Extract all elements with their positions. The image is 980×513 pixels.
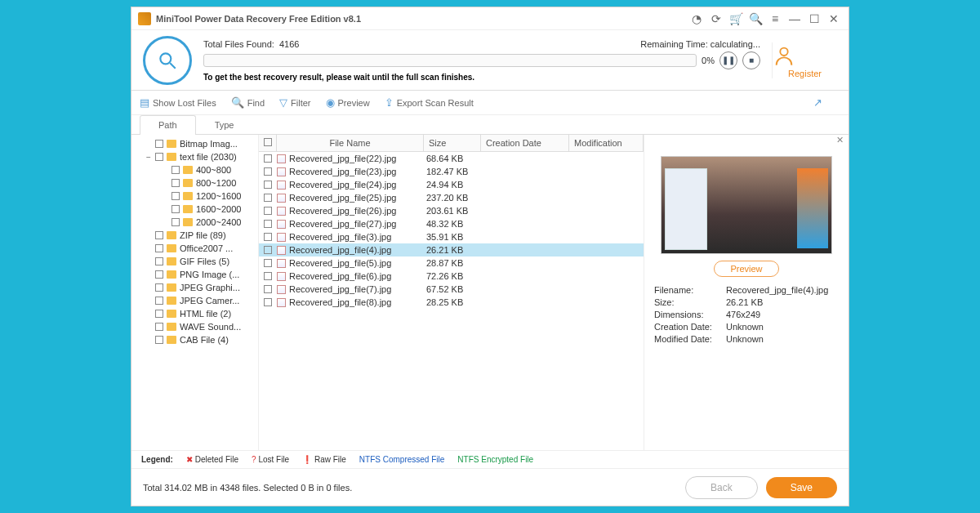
file-list[interactable]: Recovered_jpg_file(22).jpg68.64 KBRecove… — [259, 152, 644, 450]
checkbox[interactable] — [155, 336, 163, 344]
tree-item[interactable]: 800~1200 — [131, 176, 258, 190]
file-row[interactable]: Recovered_jpg_file(7).jpg67.52 KB — [259, 283, 644, 296]
row-checkbox[interactable] — [264, 181, 272, 189]
row-checkbox[interactable] — [264, 207, 272, 215]
tab-type[interactable]: Type — [196, 115, 253, 134]
folder-icon — [183, 179, 193, 187]
tree-item[interactable]: JPEG Graphi... — [131, 281, 258, 294]
minimize-icon[interactable]: — — [786, 11, 803, 27]
file-size: 237.20 KB — [426, 193, 483, 203]
cart-icon[interactable]: 🛒 — [728, 11, 744, 27]
checkbox[interactable] — [155, 310, 163, 318]
row-checkbox[interactable] — [264, 272, 272, 280]
file-row[interactable]: Recovered_jpg_file(26).jpg203.61 KB — [259, 204, 644, 217]
back-button[interactable]: Back — [685, 476, 758, 499]
row-checkbox[interactable] — [264, 167, 272, 176]
file-row[interactable]: Recovered_jpg_file(8).jpg28.25 KB — [259, 296, 644, 309]
filter-button[interactable]: ▽Filter — [279, 96, 310, 109]
save-button[interactable]: Save — [766, 477, 837, 498]
file-row[interactable]: Recovered_jpg_file(6).jpg72.26 KB — [259, 270, 644, 283]
checkbox[interactable] — [155, 323, 163, 331]
tree-item[interactable]: 2000~2400 — [131, 216, 258, 229]
register-box[interactable]: Register — [772, 42, 837, 78]
row-checkbox[interactable] — [264, 194, 272, 202]
search-icon[interactable]: 🔍 — [747, 11, 764, 27]
tree-item[interactable]: PNG Image (... — [131, 268, 258, 281]
show-lost-button[interactable]: ▤Show Lost Files — [140, 96, 216, 109]
legend-encrypted: NTFS Encrypted File — [457, 455, 533, 464]
tree-item[interactable]: ZIP file (89) — [131, 229, 258, 242]
file-row[interactable]: Recovered_jpg_file(22).jpg68.64 KB — [259, 152, 644, 165]
stop-button[interactable]: ■ — [742, 51, 760, 69]
checkbox[interactable] — [172, 166, 180, 174]
pause-button[interactable]: ❚❚ — [719, 51, 737, 69]
preview-open-button[interactable]: Preview — [714, 261, 779, 277]
preview-panel: ✕ Preview Filename:Recovered_jpg_file(4)… — [644, 135, 849, 450]
tree-item[interactable]: JPEG Camer... — [131, 294, 258, 307]
row-checkbox[interactable] — [264, 298, 272, 306]
tree-item[interactable]: 1200~1600 — [131, 190, 258, 203]
tree-item[interactable]: Bitmap Imag... — [131, 137, 258, 150]
file-name: Recovered_jpg_file(3).jpg — [289, 232, 426, 242]
col-modification[interactable]: Modification — [569, 135, 644, 151]
tree-item[interactable]: 400~800 — [131, 163, 258, 176]
clock-icon[interactable]: ◔ — [688, 11, 705, 27]
row-checkbox[interactable] — [264, 285, 272, 293]
folder-tree[interactable]: Bitmap Imag...−text file (2030)400~80080… — [131, 135, 259, 450]
find-button[interactable]: 🔍Find — [231, 96, 265, 109]
legend-ntfs: NTFS Compressed File — [359, 455, 444, 464]
row-checkbox[interactable] — [264, 233, 272, 241]
maximize-icon[interactable]: ☐ — [806, 11, 822, 27]
checkbox[interactable] — [172, 179, 180, 187]
checkbox[interactable] — [172, 205, 180, 213]
file-row[interactable]: Recovered_jpg_file(3).jpg35.91 KB — [259, 230, 644, 243]
file-row[interactable]: Recovered_jpg_file(5).jpg28.87 KB — [259, 256, 644, 270]
row-checkbox[interactable] — [264, 220, 272, 228]
file-row[interactable]: Recovered_jpg_file(27).jpg48.32 KB — [259, 217, 644, 230]
checkbox[interactable] — [172, 192, 180, 200]
menu-icon[interactable]: ≡ — [767, 11, 783, 27]
col-filename[interactable]: File Name — [277, 135, 424, 151]
file-row[interactable]: Recovered_jpg_file(25).jpg237.20 KB — [259, 191, 644, 204]
checkbox[interactable] — [172, 218, 180, 226]
tree-item[interactable]: HTML file (2) — [131, 307, 258, 320]
row-checkbox[interactable] — [264, 246, 272, 254]
file-row[interactable]: Recovered_jpg_file(4).jpg26.21 KB — [259, 243, 644, 256]
remaining-value: calculating... — [710, 39, 760, 49]
share-icon[interactable]: ↗ — [813, 96, 826, 109]
tree-item[interactable]: 1600~2000 — [131, 203, 258, 216]
close-preview-icon[interactable]: ✕ — [836, 135, 844, 145]
tree-item[interactable]: −text file (2030) — [131, 150, 258, 163]
tree-item[interactable]: GIF Files (5) — [131, 255, 258, 268]
tree-item[interactable]: CAB File (4) — [131, 333, 258, 346]
col-size[interactable]: Size — [424, 135, 481, 151]
checkbox[interactable] — [155, 140, 163, 148]
close-icon[interactable]: ✕ — [826, 11, 842, 27]
row-checkbox[interactable] — [264, 154, 272, 163]
checkbox[interactable] — [155, 270, 163, 279]
file-name: Recovered_jpg_file(25).jpg — [289, 193, 426, 203]
tab-path[interactable]: Path — [140, 115, 196, 135]
refresh-icon[interactable]: ⟳ — [708, 11, 724, 27]
checkbox[interactable] — [155, 297, 163, 305]
preview-button[interactable]: ◉Preview — [326, 96, 370, 109]
row-checkbox[interactable] — [264, 259, 272, 267]
col-creation-date[interactable]: Creation Date — [481, 135, 569, 151]
checkbox[interactable] — [155, 231, 163, 239]
file-icon — [277, 246, 286, 255]
file-row[interactable]: Recovered_jpg_file(23).jpg182.47 KB — [259, 165, 644, 178]
select-all-checkbox[interactable] — [264, 138, 272, 146]
checkbox[interactable] — [155, 283, 163, 292]
checkbox[interactable] — [155, 244, 163, 252]
tree-item[interactable]: WAVE Sound... — [131, 320, 258, 333]
checkbox[interactable] — [155, 153, 163, 161]
folder-icon — [167, 257, 176, 265]
tree-item[interactable]: Office2007 ... — [131, 242, 258, 255]
folder-icon — [183, 192, 193, 200]
footer-status: Total 314.02 MB in 4348 files. Selected … — [143, 483, 677, 493]
scan-tip: To get the best recovery result, please … — [203, 73, 760, 82]
checkbox[interactable] — [155, 257, 163, 265]
export-button[interactable]: ⇪Export Scan Result — [385, 96, 474, 109]
file-row[interactable]: Recovered_jpg_file(24).jpg24.94 KB — [259, 178, 644, 191]
folder-icon — [183, 205, 193, 213]
